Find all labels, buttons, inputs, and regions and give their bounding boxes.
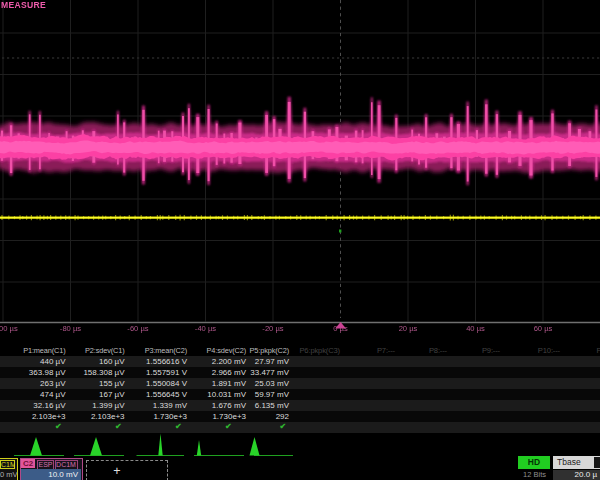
svg-text:MEASURE: MEASURE xyxy=(1,0,46,10)
svg-text:-80 µs: -80 µs xyxy=(60,324,81,333)
svg-text:20 µs: 20 µs xyxy=(399,324,418,333)
svg-text:40 µs: 40 µs xyxy=(466,324,485,333)
svg-text:-100 µs: -100 µs xyxy=(0,324,18,333)
svg-text:-60 µs: -60 µs xyxy=(127,324,148,333)
svg-text:-40 µs: -40 µs xyxy=(195,324,216,333)
svg-text:-20 µs: -20 µs xyxy=(262,324,283,333)
svg-text:60 µs: 60 µs xyxy=(534,324,553,333)
